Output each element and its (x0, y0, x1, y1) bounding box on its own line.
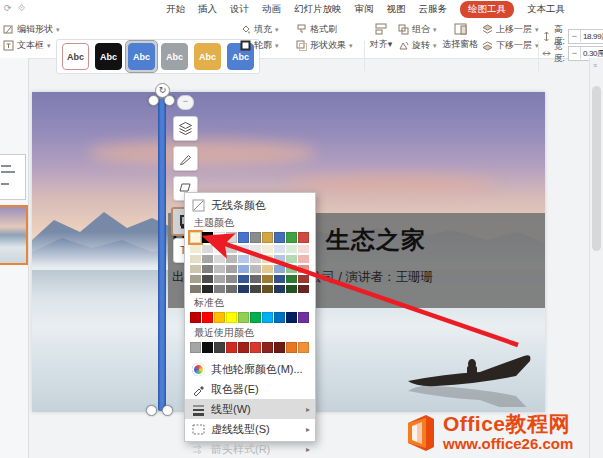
color-swatch[interactable] (190, 342, 201, 353)
ribbon-tab-6[interactable]: 视图 (387, 3, 406, 16)
color-swatch[interactable] (298, 265, 309, 273)
color-swatch[interactable] (238, 255, 249, 263)
color-swatch[interactable] (262, 265, 273, 273)
color-swatch[interactable] (298, 255, 309, 263)
color-swatch[interactable] (250, 255, 261, 263)
ribbon-tab-3[interactable]: 动画 (262, 3, 281, 16)
ribbon-tab-4[interactable]: 幻灯片放映 (294, 3, 342, 16)
color-swatch[interactable] (190, 245, 201, 253)
window-quick-icons[interactable]: ⟳ ⟐ (4, 3, 27, 14)
color-swatch[interactable] (286, 265, 297, 273)
slide-subtitle-fragment-right[interactable]: 公司 / 演讲者：王珊珊 (310, 269, 433, 286)
pencil-button[interactable] (173, 146, 198, 171)
color-swatch[interactable] (238, 275, 249, 283)
color-swatch[interactable] (214, 312, 225, 323)
color-swatch[interactable] (298, 275, 309, 283)
width-value[interactable]: 0.30厘米 (581, 48, 603, 59)
color-swatch[interactable] (190, 232, 201, 243)
send-backward-button[interactable]: 下移一层▾ (482, 39, 539, 52)
ribbon-tab-1[interactable]: 插入 (198, 3, 217, 16)
edit-shape-button[interactable]: 编辑形状▾ (3, 23, 60, 36)
color-swatch[interactable] (238, 342, 249, 353)
slide-title-fragment-right[interactable]: 生态之家 (326, 224, 426, 256)
color-swatch[interactable] (238, 232, 249, 243)
color-swatch[interactable] (226, 275, 237, 283)
color-swatch[interactable] (202, 265, 213, 273)
color-swatch[interactable] (250, 312, 261, 323)
align-button[interactable]: 对齐▾ (368, 22, 394, 51)
rotate-button[interactable]: 旋转▾ (398, 39, 437, 52)
selection-pane-button[interactable]: 选择窗格 (440, 22, 480, 51)
color-swatch[interactable] (214, 265, 225, 273)
color-swatch[interactable] (262, 312, 273, 323)
ribbon-tab-5[interactable]: 审阅 (355, 3, 374, 16)
height-value[interactable]: 18.99厘米 (581, 31, 603, 42)
color-swatch[interactable] (286, 285, 297, 293)
shape-handle-top-right[interactable] (164, 95, 175, 106)
color-swatch[interactable] (298, 232, 309, 243)
color-swatch[interactable] (238, 245, 249, 253)
color-swatch[interactable] (274, 265, 285, 273)
line-style-item[interactable]: 线型(W) ▸ (185, 399, 315, 419)
color-swatch[interactable] (274, 312, 285, 323)
color-swatch[interactable] (262, 342, 273, 353)
color-swatch[interactable] (298, 342, 309, 353)
shape-handle-bottom-left[interactable] (146, 405, 157, 416)
mini-toolbar-collapse-button[interactable]: − (177, 95, 194, 110)
outline-button[interactable]: 轮廓▾ (240, 39, 279, 52)
color-swatch[interactable] (190, 265, 201, 273)
color-swatch[interactable] (238, 285, 249, 293)
color-swatch[interactable] (262, 275, 273, 283)
ribbon-tab-9[interactable]: 文本工具 (527, 3, 565, 16)
shape-handle-top-left[interactable] (148, 95, 159, 106)
color-swatch[interactable] (262, 255, 273, 263)
color-swatch[interactable] (274, 275, 285, 283)
color-swatch[interactable] (298, 245, 309, 253)
color-swatch[interactable] (286, 232, 297, 243)
color-swatch[interactable] (250, 275, 261, 283)
ribbon-tab-8[interactable]: 绘图工具 (460, 1, 514, 18)
color-swatch[interactable] (274, 232, 285, 243)
eyedropper-item[interactable]: 取色器(E) (185, 379, 315, 399)
color-swatch[interactable] (214, 255, 225, 263)
shape-style-option-1[interactable]: Abc (95, 43, 122, 70)
color-swatch[interactable] (286, 255, 297, 263)
color-swatch[interactable] (250, 245, 261, 253)
color-swatch[interactable] (202, 245, 213, 253)
color-swatch[interactable] (190, 255, 201, 263)
color-swatch[interactable] (226, 285, 237, 293)
color-swatch[interactable] (202, 285, 213, 293)
shape-style-option-2[interactable]: Abc (128, 43, 155, 70)
group-button[interactable]: 组合▾ (398, 23, 437, 36)
color-swatch[interactable] (274, 245, 285, 253)
color-swatch[interactable] (214, 275, 225, 283)
vertical-scrollbar[interactable]: ≡ (589, 58, 603, 458)
color-swatch[interactable] (226, 232, 237, 243)
color-swatch[interactable] (250, 285, 261, 293)
color-swatch[interactable] (202, 275, 213, 283)
color-swatch[interactable] (214, 232, 225, 243)
color-swatch[interactable] (202, 255, 213, 263)
color-swatch[interactable] (286, 275, 297, 283)
color-swatch[interactable] (238, 265, 249, 273)
color-swatch[interactable] (250, 342, 261, 353)
color-swatch[interactable] (202, 312, 213, 323)
bring-forward-button[interactable]: 上移一层▾ (482, 23, 539, 36)
color-swatch[interactable] (226, 245, 237, 253)
fill-button[interactable]: 填充▾ (240, 23, 279, 36)
scrollbar-thumb[interactable] (592, 86, 601, 251)
more-outline-colors-item[interactable]: 其他轮廓颜色(M)... (185, 359, 315, 379)
color-swatch[interactable] (262, 232, 273, 243)
color-swatch[interactable] (238, 312, 249, 323)
color-swatch[interactable] (298, 312, 309, 323)
color-swatch[interactable] (190, 275, 201, 283)
shape-effects-button[interactable]: 形状效果▾ (296, 39, 353, 52)
color-swatch[interactable] (274, 255, 285, 263)
color-swatch[interactable] (190, 312, 201, 323)
color-swatch[interactable] (250, 265, 261, 273)
shape-style-option-0[interactable]: Abc (62, 43, 89, 70)
scrollbar-top-mark[interactable]: ≡ (593, 62, 597, 69)
color-swatch[interactable] (202, 232, 213, 243)
ribbon-tab-0[interactable]: 开始 (166, 3, 185, 16)
color-swatch[interactable] (226, 265, 237, 273)
